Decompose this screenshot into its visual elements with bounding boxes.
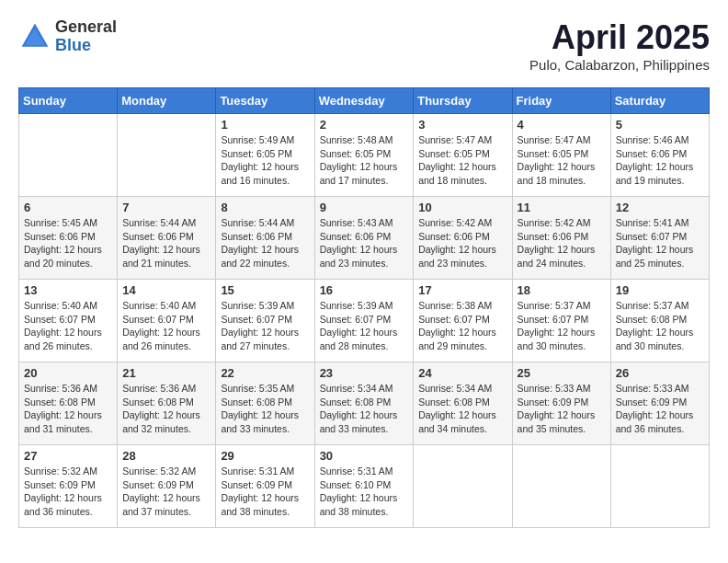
calendar-cell: 3Sunrise: 5:47 AMSunset: 6:05 PMDaylight… [414, 114, 512, 197]
day-detail: Sunrise: 5:33 AMSunset: 6:09 PMDaylight:… [616, 382, 704, 436]
day-detail: Sunrise: 5:39 AMSunset: 6:07 PMDaylight:… [221, 299, 309, 353]
day-detail: Sunrise: 5:36 AMSunset: 6:08 PMDaylight:… [122, 382, 210, 436]
day-number: 3 [418, 118, 506, 132]
day-number: 25 [518, 366, 606, 380]
calendar-cell: 28Sunrise: 5:32 AMSunset: 6:09 PMDayligh… [118, 445, 216, 528]
calendar-header-row: SundayMondayTuesdayWednesdayThursdayFrid… [19, 88, 710, 114]
day-number: 15 [221, 283, 309, 297]
day-number: 21 [122, 366, 210, 380]
calendar-cell: 6Sunrise: 5:45 AMSunset: 6:06 PMDaylight… [19, 197, 118, 280]
day-detail: Sunrise: 5:31 AMSunset: 6:09 PMDaylight:… [221, 465, 309, 519]
day-number: 10 [418, 201, 506, 214]
calendar-week-row: 27Sunrise: 5:32 AMSunset: 6:09 PMDayligh… [19, 445, 710, 528]
day-detail: Sunrise: 5:32 AMSunset: 6:09 PMDaylight:… [24, 465, 112, 519]
day-detail: Sunrise: 5:44 AMSunset: 6:06 PMDaylight:… [221, 216, 309, 270]
calendar-cell: 2Sunrise: 5:48 AMSunset: 6:05 PMDaylight… [314, 114, 414, 197]
calendar-cell [610, 445, 709, 528]
calendar-cell: 7Sunrise: 5:44 AMSunset: 6:06 PMDaylight… [118, 197, 216, 280]
day-number: 1 [221, 118, 309, 132]
day-number: 23 [320, 366, 409, 380]
day-of-week-header: Sunday [19, 88, 118, 114]
day-detail: Sunrise: 5:46 AMSunset: 6:06 PMDaylight:… [616, 133, 704, 188]
day-number: 27 [24, 449, 112, 463]
location: Pulo, Calabarzon, Philippines [529, 57, 710, 73]
calendar-cell: 24Sunrise: 5:34 AMSunset: 6:08 PMDayligh… [414, 362, 512, 445]
month-title: April 2025 [529, 18, 710, 57]
title-block: April 2025 Pulo, Calabarzon, Philippines [529, 18, 710, 73]
calendar-cell: 21Sunrise: 5:36 AMSunset: 6:08 PMDayligh… [118, 362, 216, 445]
calendar-cell: 11Sunrise: 5:42 AMSunset: 6:06 PMDayligh… [512, 197, 610, 280]
day-of-week-header: Thursday [414, 88, 512, 114]
calendar-cell: 5Sunrise: 5:46 AMSunset: 6:06 PMDaylight… [610, 114, 709, 197]
day-detail: Sunrise: 5:45 AMSunset: 6:06 PMDaylight:… [24, 216, 112, 270]
day-number: 30 [320, 449, 409, 463]
page-header: General Blue April 2025 Pulo, Calabarzon… [18, 18, 710, 73]
day-number: 24 [418, 366, 506, 380]
day-detail: Sunrise: 5:37 AMSunset: 6:08 PMDaylight:… [616, 299, 704, 353]
day-number: 13 [24, 283, 112, 297]
calendar-cell: 9Sunrise: 5:43 AMSunset: 6:06 PMDaylight… [314, 197, 414, 280]
calendar-cell: 14Sunrise: 5:40 AMSunset: 6:07 PMDayligh… [118, 280, 216, 362]
calendar-cell: 27Sunrise: 5:32 AMSunset: 6:09 PMDayligh… [19, 445, 118, 528]
calendar-cell: 16Sunrise: 5:39 AMSunset: 6:07 PMDayligh… [314, 280, 414, 362]
day-number: 12 [616, 201, 704, 214]
day-number: 8 [221, 201, 309, 214]
day-number: 11 [518, 201, 606, 214]
day-of-week-header: Monday [118, 88, 216, 114]
calendar-cell: 8Sunrise: 5:44 AMSunset: 6:06 PMDaylight… [216, 197, 314, 280]
day-detail: Sunrise: 5:42 AMSunset: 6:06 PMDaylight:… [418, 216, 506, 270]
calendar-cell: 10Sunrise: 5:42 AMSunset: 6:06 PMDayligh… [414, 197, 512, 280]
calendar-cell: 25Sunrise: 5:33 AMSunset: 6:09 PMDayligh… [512, 362, 610, 445]
logo-blue: Blue [55, 37, 117, 55]
day-number: 20 [24, 366, 112, 380]
day-detail: Sunrise: 5:33 AMSunset: 6:09 PMDaylight:… [518, 382, 606, 436]
calendar-cell [414, 445, 512, 528]
day-detail: Sunrise: 5:48 AMSunset: 6:05 PMDaylight:… [320, 133, 409, 188]
calendar-week-row: 1Sunrise: 5:49 AMSunset: 6:05 PMDaylight… [19, 114, 710, 197]
calendar-cell: 20Sunrise: 5:36 AMSunset: 6:08 PMDayligh… [19, 362, 118, 445]
day-of-week-header: Wednesday [314, 88, 414, 114]
day-detail: Sunrise: 5:40 AMSunset: 6:07 PMDaylight:… [24, 299, 112, 353]
day-detail: Sunrise: 5:49 AMSunset: 6:05 PMDaylight:… [221, 133, 309, 188]
day-number: 28 [122, 449, 210, 463]
calendar-week-row: 6Sunrise: 5:45 AMSunset: 6:06 PMDaylight… [19, 197, 710, 280]
calendar-cell: 18Sunrise: 5:37 AMSunset: 6:07 PMDayligh… [512, 280, 610, 362]
day-number: 4 [518, 118, 606, 132]
calendar-cell: 12Sunrise: 5:41 AMSunset: 6:07 PMDayligh… [610, 197, 709, 280]
day-detail: Sunrise: 5:40 AMSunset: 6:07 PMDaylight:… [122, 299, 210, 353]
day-number: 29 [221, 449, 309, 463]
calendar-table: SundayMondayTuesdayWednesdayThursdayFrid… [18, 87, 710, 528]
calendar-cell: 13Sunrise: 5:40 AMSunset: 6:07 PMDayligh… [19, 280, 118, 362]
day-detail: Sunrise: 5:47 AMSunset: 6:05 PMDaylight:… [418, 133, 506, 188]
day-number: 2 [320, 118, 409, 132]
day-detail: Sunrise: 5:44 AMSunset: 6:06 PMDaylight:… [122, 216, 210, 270]
calendar-cell: 23Sunrise: 5:34 AMSunset: 6:08 PMDayligh… [314, 362, 414, 445]
day-detail: Sunrise: 5:34 AMSunset: 6:08 PMDaylight:… [320, 382, 409, 436]
day-number: 9 [320, 201, 409, 214]
day-number: 22 [221, 366, 309, 380]
calendar-week-row: 13Sunrise: 5:40 AMSunset: 6:07 PMDayligh… [19, 280, 710, 362]
day-number: 14 [122, 283, 210, 297]
calendar-cell [512, 445, 610, 528]
calendar-cell: 26Sunrise: 5:33 AMSunset: 6:09 PMDayligh… [610, 362, 709, 445]
day-detail: Sunrise: 5:43 AMSunset: 6:06 PMDaylight:… [320, 216, 409, 270]
calendar-cell [19, 114, 118, 197]
day-number: 19 [616, 283, 704, 297]
day-detail: Sunrise: 5:34 AMSunset: 6:08 PMDaylight:… [418, 382, 506, 436]
day-detail: Sunrise: 5:35 AMSunset: 6:08 PMDaylight:… [221, 382, 309, 436]
day-of-week-header: Saturday [610, 88, 709, 114]
calendar-cell: 15Sunrise: 5:39 AMSunset: 6:07 PMDayligh… [216, 280, 314, 362]
logo-icon [18, 20, 51, 53]
day-number: 6 [24, 201, 112, 214]
day-detail: Sunrise: 5:32 AMSunset: 6:09 PMDaylight:… [122, 465, 210, 519]
day-detail: Sunrise: 5:47 AMSunset: 6:05 PMDaylight:… [518, 133, 606, 188]
calendar-cell: 1Sunrise: 5:49 AMSunset: 6:05 PMDaylight… [216, 114, 314, 197]
day-number: 17 [418, 283, 506, 297]
day-detail: Sunrise: 5:42 AMSunset: 6:06 PMDaylight:… [518, 216, 606, 270]
day-detail: Sunrise: 5:41 AMSunset: 6:07 PMDaylight:… [616, 216, 704, 270]
day-number: 7 [122, 201, 210, 214]
day-detail: Sunrise: 5:38 AMSunset: 6:07 PMDaylight:… [418, 299, 506, 353]
day-detail: Sunrise: 5:39 AMSunset: 6:07 PMDaylight:… [320, 299, 409, 353]
day-number: 18 [518, 283, 606, 297]
day-of-week-header: Tuesday [216, 88, 314, 114]
